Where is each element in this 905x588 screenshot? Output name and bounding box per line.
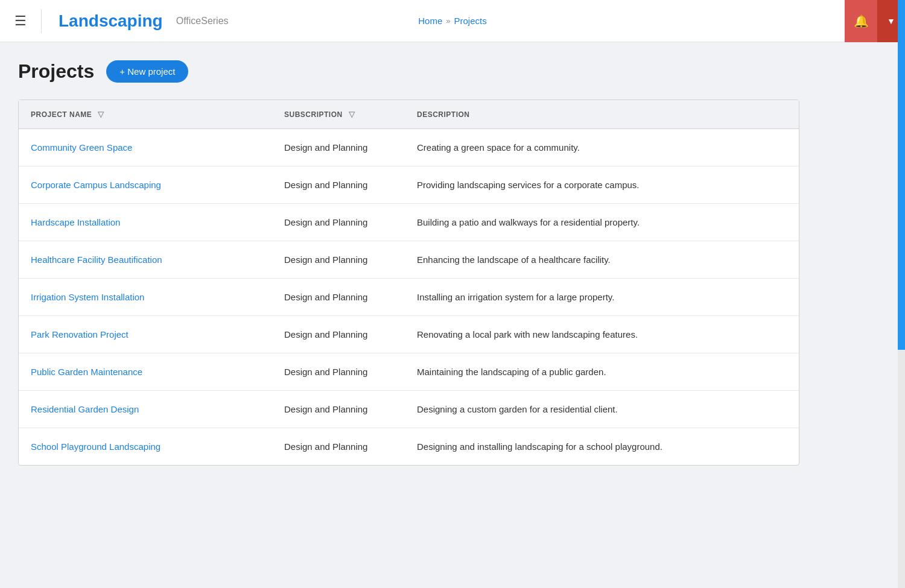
project-name-link[interactable]: Park Renovation Project: [31, 329, 129, 340]
table-row: Residential Garden DesignDesign and Plan…: [19, 391, 799, 428]
description-cell: Designing and installing landscaping for…: [405, 428, 799, 466]
subscription-cell: Design and Planning: [272, 391, 405, 428]
nav-separator: »: [446, 16, 450, 25]
col-label-subscription: SUBSCRIPTION: [284, 110, 343, 119]
col-label-description: DESCRIPTION: [417, 110, 470, 119]
subscription-cell: Design and Planning: [272, 353, 405, 391]
header-left: ☰ Landscaping OfficeSeries: [10, 8, 229, 34]
project-name-link[interactable]: Public Garden Maintenance: [31, 367, 142, 377]
page-title: Projects: [18, 60, 94, 83]
column-header-description: DESCRIPTION: [405, 100, 799, 129]
table-body: Community Green SpaceDesign and Planning…: [19, 129, 799, 466]
new-project-button[interactable]: + New project: [106, 60, 188, 83]
subscription-cell: Design and Planning: [272, 428, 405, 466]
page-header: Projects + New project: [18, 60, 887, 83]
description-cell: Maintaining the landscaping of a public …: [405, 353, 799, 391]
description-cell: Creating a green space for a community.: [405, 129, 799, 166]
table-row: Healthcare Facility BeautificationDesign…: [19, 241, 799, 279]
nav-current-page: Projects: [454, 16, 487, 26]
project-name-link[interactable]: School Playground Landscaping: [31, 441, 160, 452]
description-cell: Building a patio and walkways for a resi…: [405, 204, 799, 241]
project-name-link[interactable]: Residential Garden Design: [31, 404, 139, 414]
description-cell: Designing a custom garden for a resident…: [405, 391, 799, 428]
project-name-cell: School Playground Landscaping: [19, 428, 272, 466]
table-row: Hardscape InstallationDesign and Plannin…: [19, 204, 799, 241]
scrollbar-thumb[interactable]: [898, 0, 905, 350]
description-cell: Installing an irrigation system for a la…: [405, 279, 799, 316]
project-name-cell: Corporate Campus Landscaping: [19, 166, 272, 204]
chevron-down-icon: ▼: [887, 16, 895, 26]
project-name-cell: Healthcare Facility Beautification: [19, 241, 272, 279]
project-name-cell: Hardscape Installation: [19, 204, 272, 241]
table-row: Corporate Campus LandscapingDesign and P…: [19, 166, 799, 204]
main-content: Projects + New project PROJECT NAME ▽ SU…: [0, 42, 905, 484]
subscription-cell: Design and Planning: [272, 166, 405, 204]
subscription-cell: Design and Planning: [272, 129, 405, 166]
header: ☰ Landscaping OfficeSeries Home » Projec…: [0, 0, 905, 42]
project-name-cell: Irrigation System Installation: [19, 279, 272, 316]
table-row: Irrigation System InstallationDesign and…: [19, 279, 799, 316]
project-name-cell: Community Green Space: [19, 129, 272, 166]
filter-icon-subscription[interactable]: ▽: [349, 110, 355, 119]
project-name-link[interactable]: Corporate Campus Landscaping: [31, 180, 161, 190]
project-name-cell: Residential Garden Design: [19, 391, 272, 428]
table-header-row: PROJECT NAME ▽ SUBSCRIPTION ▽ DESCRIPTIO…: [19, 100, 799, 129]
project-name-link[interactable]: Irrigation System Installation: [31, 292, 144, 302]
filter-icon-project-name[interactable]: ▽: [98, 110, 104, 119]
project-name-cell: Park Renovation Project: [19, 316, 272, 353]
subscription-cell: Design and Planning: [272, 279, 405, 316]
header-right: 🔔 ▼: [845, 0, 905, 42]
project-name-link[interactable]: Hardscape Installation: [31, 217, 120, 227]
notification-button[interactable]: 🔔: [845, 0, 877, 42]
table-row: Park Renovation ProjectDesign and Planni…: [19, 316, 799, 353]
table-row: Public Garden MaintenanceDesign and Plan…: [19, 353, 799, 391]
bell-icon: 🔔: [854, 14, 869, 28]
table-row: School Playground LandscapingDesign and …: [19, 428, 799, 466]
app-subtitle: OfficeSeries: [176, 16, 229, 27]
column-header-subscription: SUBSCRIPTION ▽: [272, 100, 405, 129]
scrollbar-track[interactable]: [898, 0, 905, 588]
project-name-link[interactable]: Healthcare Facility Beautification: [31, 254, 162, 265]
table-row: Community Green SpaceDesign and Planning…: [19, 129, 799, 166]
project-name-link[interactable]: Community Green Space: [31, 142, 132, 153]
description-cell: Providing landscaping services for a cor…: [405, 166, 799, 204]
project-name-cell: Public Garden Maintenance: [19, 353, 272, 391]
column-header-project-name: PROJECT NAME ▽: [19, 100, 272, 129]
nav-home-link[interactable]: Home: [418, 16, 442, 26]
description-cell: Renovating a local park with new landsca…: [405, 316, 799, 353]
header-divider: [41, 9, 42, 33]
subscription-cell: Design and Planning: [272, 316, 405, 353]
breadcrumb: Home » Projects: [418, 16, 486, 26]
projects-table: PROJECT NAME ▽ SUBSCRIPTION ▽ DESCRIPTIO…: [19, 100, 799, 465]
subscription-cell: Design and Planning: [272, 204, 405, 241]
projects-table-container: PROJECT NAME ▽ SUBSCRIPTION ▽ DESCRIPTIO…: [18, 100, 799, 466]
col-label-project-name: PROJECT NAME: [31, 110, 92, 119]
app-title: Landscaping: [59, 11, 163, 31]
hamburger-icon[interactable]: ☰: [10, 8, 31, 34]
description-cell: Enhancing the landscape of a healthcare …: [405, 241, 799, 279]
subscription-cell: Design and Planning: [272, 241, 405, 279]
